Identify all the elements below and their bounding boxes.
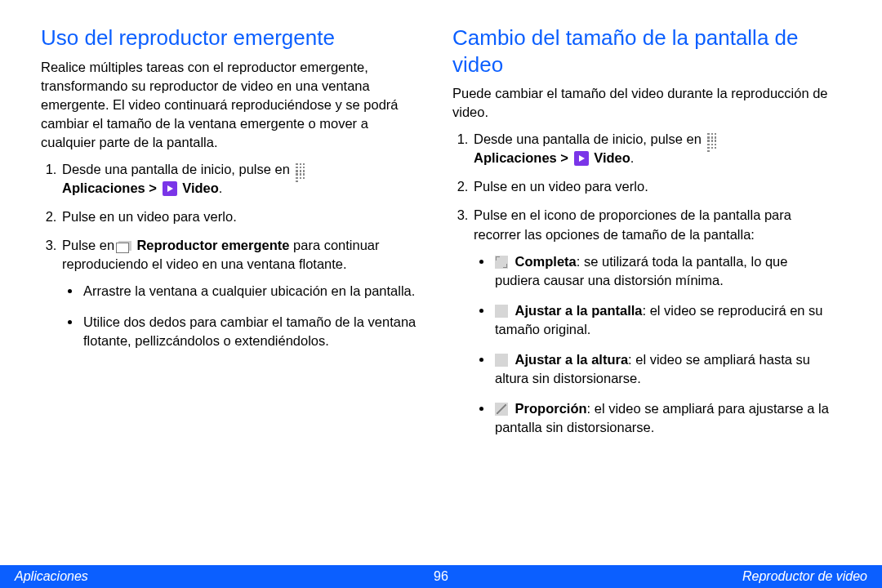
apps-label: Aplicaciones > [62,180,157,195]
aspect-options: Completa: se utilizará toda la pantalla,… [474,252,836,438]
heading-popup-player: Uso del reproductor emergente [41,24,425,51]
opt-fit-height: Ajustar a la altura: el video se ampliar… [493,350,836,388]
video-label: Video [182,180,219,195]
steps-list: Desde una pantalla de inicio, pulse en A… [41,160,425,350]
apps-grid-icon [706,132,719,145]
step-2: Pulse en un video para verlo. [60,207,425,226]
fullscreen-icon [495,256,508,269]
step-text: Pulse en el icono de proporciones de la … [474,207,791,241]
right-column: Cambio del tamaño de la pantalla de vide… [452,24,836,448]
opt-fit-screen: Ajustar a la pantalla: el video se repro… [493,301,836,339]
intro-paragraph: Realice múltiples tareas con el reproduc… [41,58,425,152]
opt-ratio: Proporción: el video se ampliará para aj… [493,399,836,437]
heading-resize-video: Cambio del tamaño de la pantalla de vide… [452,24,836,78]
ratio-icon [495,403,508,416]
opt-label: Ajustar a la pantalla [515,303,643,318]
bullet-pinch: Utilice dos dedos para cambiar el tamaño… [82,313,425,350]
page-footer: Aplicaciones 96 Reproductor de video [0,565,882,588]
sub-bullets: Arrastre la ventana a cualquier ubicació… [62,282,425,350]
step-2: Pulse en un video para verlo. [472,177,836,196]
page-number: 96 [0,569,882,584]
video-play-icon [574,151,589,166]
popup-label: Reproductor emergente [136,238,289,252]
manual-page: Uso del reproductor emergente Realice mú… [0,0,882,588]
step-text: Desde una pantalla de inicio, pulse en [474,131,702,146]
apps-grid-icon [295,163,308,176]
intro-paragraph: Puede cambiar el tamaño del video durant… [452,84,836,122]
steps-list: Desde una pantalla de inicio, pulse en A… [452,130,836,437]
opt-label: Ajustar a la altura [515,352,628,367]
opt-label: Proporción [515,401,587,416]
opt-full: Completa: se utilizará toda la pantalla,… [493,252,836,290]
opt-label: Completa [515,254,577,269]
two-column-layout: Uso del reproductor emergente Realice mú… [41,24,841,448]
step-1: Desde una pantalla de inicio, pulse en A… [60,160,425,198]
apps-label: Aplicaciones > [474,150,568,165]
video-label: Video [594,150,630,165]
fit-height-icon [495,354,508,367]
step-3: Pulse en el icono de proporciones de la … [472,206,836,437]
fit-screen-icon [495,305,508,318]
bullet-drag: Arrastre la ventana a cualquier ubicació… [82,282,425,301]
step-3: Pulse en Reproductor emergente para cont… [60,236,425,350]
left-column: Uso del reproductor emergente Realice mú… [41,24,425,448]
popup-window-icon [118,241,131,251]
video-play-icon [163,181,177,196]
step-text: Pulse en [62,238,114,252]
step-1: Desde una pantalla de inicio, pulse en A… [472,130,836,167]
step-text: Desde una pantalla de inicio, pulse en [62,162,290,176]
